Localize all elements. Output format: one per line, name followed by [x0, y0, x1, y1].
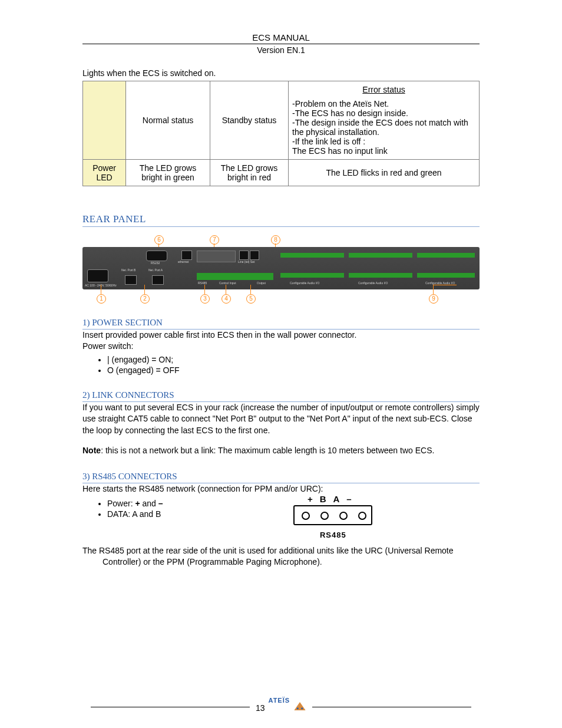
lead — [144, 285, 145, 294]
lead — [250, 285, 251, 294]
link-p1: If you want to put several ECS in your r… — [82, 402, 480, 437]
callout-7: 7 — [210, 235, 219, 245]
header-rule — [82, 44, 480, 44]
rs485-heading: 3) RS485 CONNECTORS — [82, 472, 480, 483]
lead — [433, 285, 457, 285]
err-line: -The ECS has no design inside. — [292, 108, 475, 118]
pin-minus: – — [346, 494, 358, 504]
rs485-b1-mid: and — [140, 499, 158, 508]
rs485-connector-title: RS485 — [187, 531, 480, 539]
err-line: -Problem on the Ateïs Net. — [292, 99, 475, 108]
rp-portb: Net. Port B — [121, 268, 135, 272]
power-bullet-off: O (engaged) = OFF — [107, 365, 480, 375]
link-note: Note: this is not a network but a link: … — [82, 445, 480, 457]
rs485-connector-icon — [293, 505, 372, 525]
rp-rs232: RS232 — [151, 261, 160, 265]
footer-rule-right — [312, 707, 471, 707]
rs485-b1-prefix: Power: — [107, 499, 135, 508]
svg-point-0 — [297, 707, 299, 709]
rear-panel-diagram: 6 7 8 AC 100 - 240V, 50/60Hz Net. Port B… — [82, 238, 480, 302]
err-line: The ECS has no input link — [292, 146, 475, 156]
page-number: 13 — [256, 703, 265, 713]
pin-a: A — [333, 494, 347, 504]
lead — [204, 285, 205, 294]
cell-error: The LED flicks in red and green — [289, 159, 480, 186]
note-text: : this is not a network but a link: The … — [101, 446, 434, 455]
ateis-logo-icon — [293, 701, 306, 711]
footer-rule-left — [91, 707, 250, 707]
rear-panel-heading: REAR PANEL — [82, 213, 480, 227]
link-heading: 2) LINK CONNECTORS — [82, 390, 480, 402]
rs485-bullet-power: Power: + and – — [107, 499, 163, 508]
note-label: Note — [82, 446, 101, 455]
err-line: -If the link led is off : — [292, 137, 475, 146]
rs485-pin-labels: +BA– — [187, 494, 480, 504]
rp-rs485: RS485 — [198, 281, 207, 285]
rp-cfg2: Configurable Audio I/O — [358, 281, 388, 285]
callout-4: 4 — [222, 294, 231, 304]
power-section-heading: 1) POWER SECTION — [82, 318, 480, 330]
pin-plus: + — [308, 494, 320, 504]
callout-5: 5 — [246, 294, 256, 304]
power-p1: Insert provided power cable first into E… — [82, 330, 480, 341]
callout-3: 3 — [200, 294, 210, 304]
page-footer: 13 ATEÏS — [0, 701, 562, 713]
rp-out: Output — [257, 281, 266, 285]
doc-version: Version EN.1 — [82, 45, 480, 55]
rowhead-l2: LED — [96, 173, 112, 182]
rowhead-power-led: Power LED — [83, 159, 126, 186]
callout-6: 6 — [154, 235, 164, 245]
rp-cfg1: Configurable Audio I/O — [290, 281, 319, 285]
err-line: -The design inside the ECS does not matc… — [292, 118, 475, 137]
intro-text: Lights when the ECS is switched on. — [82, 68, 480, 80]
callout-8: 8 — [271, 235, 280, 245]
col-normal-head: Normal status — [126, 81, 210, 159]
col-standby-head: Standby status — [210, 81, 289, 159]
power-bullet-on: | (engaged) = ON; — [107, 355, 480, 364]
svg-point-1 — [301, 707, 303, 709]
cell-normal: The LED grows bright in green — [126, 159, 210, 186]
rowhead-top — [83, 81, 126, 159]
rs485-p2: The RS485 port at the rear side of the u… — [82, 545, 480, 568]
rowhead-l1: Power — [92, 163, 116, 173]
rs485-bullet-data: DATA: A and B — [107, 509, 163, 519]
brand-word: ATEÏS — [269, 697, 290, 704]
lead — [101, 285, 101, 294]
lead — [226, 285, 226, 294]
rs485-b1-plus: + — [135, 499, 140, 508]
power-p2: Power switch: — [82, 341, 480, 353]
error-status-heading: Error status — [292, 85, 475, 94]
status-table: Normal status Standby status Error statu… — [82, 81, 480, 186]
lead — [433, 285, 434, 294]
rp-linetel: Line (tel) Set — [238, 260, 254, 263]
cell-standby: The LED grows bright in red — [210, 159, 289, 186]
doc-title: ECS MANUAL — [82, 32, 480, 42]
rs485-b1-minus: – — [158, 499, 163, 508]
pin-b: B — [320, 494, 333, 504]
callout-1: 1 — [97, 294, 106, 304]
rp-eth: ethernet — [178, 260, 189, 263]
rp-cin: Control Input — [219, 281, 236, 285]
callout-2: 2 — [140, 294, 150, 304]
callout-9: 9 — [429, 294, 438, 304]
col-error-head: Error status -Problem on the Ateïs Net. … — [289, 81, 480, 159]
rp-porta: Net. Port A — [148, 268, 163, 272]
